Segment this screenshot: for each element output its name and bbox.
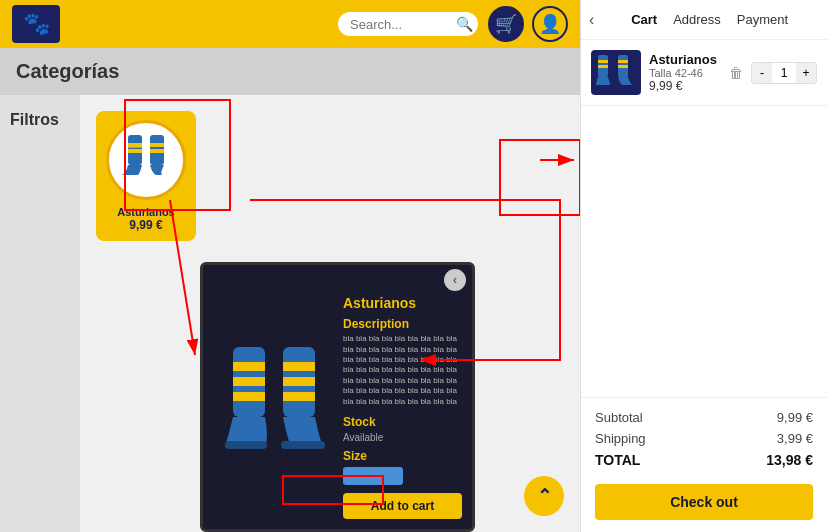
cart-quantity-control: - 1 + [751,62,817,84]
cart-item-sock-image [594,54,638,92]
add-to-cart-button[interactable]: Add to cart [343,493,462,519]
cart-item-info: Asturianos Talla 42-46 9,99 € [649,52,721,93]
svg-rect-2 [128,149,142,153]
svg-rect-5 [150,143,164,147]
detail-info: Asturianos Description bla bla bla bla b… [343,295,462,519]
svg-rect-28 [618,60,628,63]
subtotal-value: 9,99 € [777,410,813,425]
cart-back-button[interactable]: ‹ [589,11,594,29]
logo: 🐾 [12,5,60,43]
user-icon: 👤 [539,13,561,35]
quantity-value: 1 [772,66,796,80]
tab-cart[interactable]: Cart [631,10,657,29]
cart-item-price: 9,99 € [649,79,721,93]
detail-close-button[interactable]: ‹ [444,269,466,291]
product-image [116,130,176,190]
search-icon: 🔍 [456,16,473,32]
sidebar: Filtros [0,95,80,532]
svg-rect-8 [233,362,265,371]
chevron-left-icon: ‹ [589,11,594,28]
total-label: TOTAL [595,452,640,468]
detail-description-text: bla bla bla bla bla bla bla bla bla bla … [343,334,462,407]
svg-rect-11 [225,441,267,449]
quantity-increase-button[interactable]: + [796,63,816,83]
shipping-label: Shipping [595,431,646,446]
detail-header: ‹ [203,265,472,295]
shipping-value: 3,99 € [777,431,813,446]
product-card[interactable]: Asturianos 9,99 € [96,111,196,241]
tab-payment[interactable]: Payment [737,10,788,29]
svg-rect-29 [618,65,628,68]
svg-rect-10 [233,392,265,401]
left-panel: 🐾 🔍 🛒 👤 Categorías Filtros [0,0,580,532]
cart-button[interactable]: 🛒 [488,6,524,42]
total-row: TOTAL 13,98 € [595,452,813,468]
cart-nav-tabs: Cart Address Payment [600,10,819,29]
cart-item-image [591,50,641,95]
svg-rect-3 [128,145,142,148]
logo-icon: 🐾 [23,11,50,37]
svg-rect-25 [598,60,608,63]
cart-item: Asturianos Talla 42-46 9,99 € 🗑 - 1 + [581,40,827,106]
cart-delete-button[interactable]: 🗑 [729,65,743,81]
search-input[interactable] [350,17,450,32]
user-button[interactable]: 👤 [532,6,568,42]
cart-nav: ‹ Cart Address Payment [581,0,827,40]
detail-description-label: Description [343,317,462,331]
detail-size-label: Size [343,449,462,463]
product-detail-popup: ‹ [200,262,475,532]
svg-rect-9 [233,377,265,386]
chevron-up-icon: ⌃ [537,485,552,507]
detail-image [213,295,333,519]
cart-item-name: Asturianos [649,52,721,67]
subtotal-label: Subtotal [595,410,643,425]
subtotal-row: Subtotal 9,99 € [595,410,813,425]
cart-summary: Subtotal 9,99 € Shipping 3,99 € TOTAL 13… [581,397,827,532]
detail-content: Asturianos Description bla bla bla bla b… [203,295,472,529]
detail-title: Asturianos [343,295,462,311]
header-icons: 🛒 👤 [488,6,568,42]
cart-icon: 🛒 [495,13,517,35]
size-input[interactable] [343,467,403,485]
quantity-decrease-button[interactable]: - [752,63,772,83]
main-area: Filtros [0,95,580,532]
detail-stock-value: Available [343,432,462,443]
categorias-label: Categorías [16,60,119,82]
product-name: Asturianos [105,206,187,218]
svg-rect-16 [281,441,325,449]
header: 🐾 🔍 🛒 👤 [0,0,580,48]
products-area: Asturianos 9,99 € ⌃ ‹ [80,95,580,532]
categorias-bar: Categorías [0,48,580,95]
detail-product-image [218,342,328,472]
shipping-row: Shipping 3,99 € [595,431,813,446]
svg-rect-26 [598,65,608,68]
checkout-button[interactable]: Check out [595,484,813,520]
filtros-label: Filtros [10,111,59,128]
scroll-up-button[interactable]: ⌃ [524,476,564,516]
svg-rect-6 [150,149,164,153]
total-value: 13,98 € [766,452,813,468]
detail-stock-label: Stock [343,415,462,429]
svg-rect-13 [283,362,315,371]
tab-address[interactable]: Address [673,10,721,29]
search-container: 🔍 [338,12,478,36]
cart-item-size: Talla 42-46 [649,67,721,79]
product-price: 9,99 € [105,218,187,232]
right-panel: ‹ Cart Address Payment [580,0,827,532]
svg-rect-14 [283,377,315,386]
product-image-container [106,120,186,200]
svg-rect-15 [283,392,315,401]
